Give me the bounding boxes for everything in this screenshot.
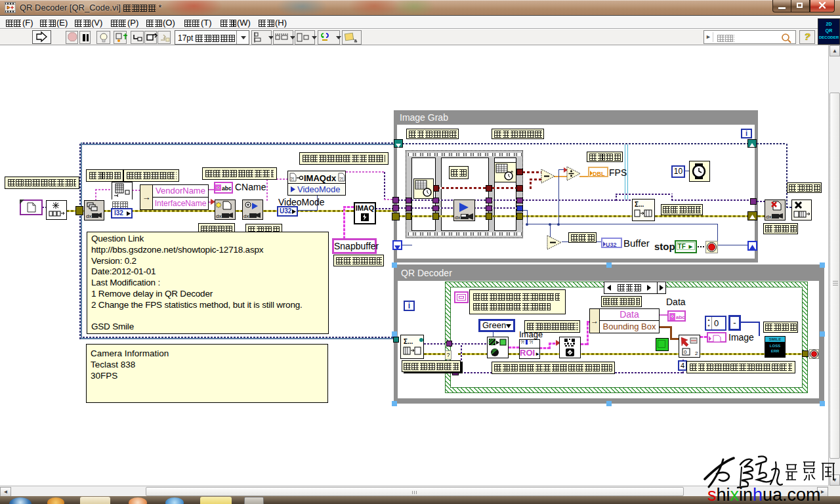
- svg-text:abc: abc: [222, 185, 232, 192]
- svg-text:U32: U32: [606, 242, 617, 248]
- svg-text:dx: dx: [455, 215, 460, 220]
- svg-text:2: 2: [695, 350, 698, 356]
- svg-text:dx: dx: [243, 213, 249, 219]
- svg-text:0: 0: [684, 349, 687, 355]
- svg-text:dx: dx: [86, 213, 91, 219]
- svg-text:Σ...: Σ...: [404, 338, 413, 345]
- svg-text:?!: ?!: [339, 177, 343, 181]
- svg-text:dx: dx: [766, 214, 771, 220]
- svg-text:?!: ?!: [290, 177, 294, 181]
- svg-text:DBL: DBL: [593, 171, 605, 177]
- svg-text:dx: dx: [216, 213, 221, 219]
- svg-text:abc: abc: [676, 314, 684, 320]
- svg-text:Σ...: Σ...: [635, 201, 644, 208]
